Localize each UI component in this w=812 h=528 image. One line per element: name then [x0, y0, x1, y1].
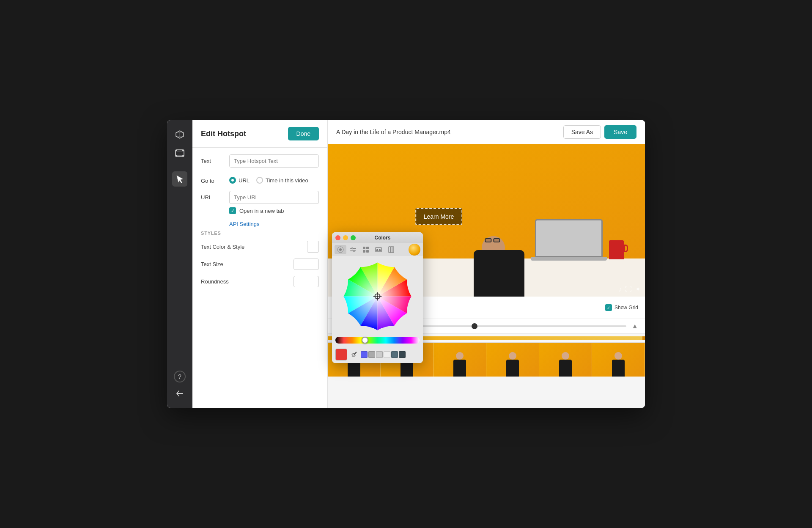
done-button[interactable]: Done	[288, 127, 319, 140]
svg-rect-13	[366, 247, 369, 249]
color-picker-popup: Colors	[332, 232, 423, 363]
open-new-tab-row: ✓ Open in a new tab	[229, 207, 319, 214]
current-color-swatch[interactable]	[335, 349, 347, 360]
timeline-track-end	[642, 336, 645, 340]
roundness-input[interactable]: 4	[294, 276, 319, 287]
minimize-traffic-light[interactable]	[343, 235, 348, 240]
thumbnail-4	[486, 343, 539, 377]
show-grid-checkbox[interactable]: ✓	[605, 304, 612, 311]
svg-rect-2	[176, 150, 177, 151]
text-color-label: Text Color & Style	[201, 244, 302, 250]
help-icon[interactable]: ?	[174, 371, 186, 382]
svg-point-10	[351, 248, 353, 249]
thumb-person-6	[612, 352, 625, 377]
text-color-swatch[interactable]	[307, 241, 319, 253]
maximize-traffic-light[interactable]	[351, 235, 356, 240]
text-row: Text	[201, 154, 319, 168]
styles-section-label: STYLES	[201, 231, 319, 236]
edit-panel-body: Text Go to URL Time in this video	[192, 148, 327, 408]
url-section: ✓ Open in a new tab	[229, 191, 319, 214]
sidebar: ?	[167, 120, 192, 408]
edit-panel-title: Edit Hotspot	[201, 129, 246, 138]
show-grid-label: Show Grid	[614, 305, 638, 311]
video-panel-header: A Day in the Life of a Product Manager.m…	[328, 120, 645, 144]
back-icon[interactable]	[172, 386, 187, 401]
swatch-gray2[interactable]	[376, 351, 383, 358]
time-radio-circle	[256, 177, 263, 184]
hotspot-text: Learn More	[424, 213, 454, 220]
brightness-handle[interactable]	[362, 337, 368, 344]
swatch-gray1[interactable]	[368, 351, 375, 358]
time-radio[interactable]: Time in this video	[256, 177, 308, 184]
svg-rect-15	[366, 250, 369, 253]
text-size-label: Text Size	[201, 261, 288, 267]
text-input[interactable]	[229, 154, 319, 168]
cp-tab-image[interactable]	[373, 245, 384, 254]
svg-point-11	[353, 250, 355, 252]
thumb-person-5	[559, 352, 572, 377]
color-swatches	[361, 351, 406, 358]
text-size-row: Text Size 14	[201, 258, 319, 270]
api-settings-link[interactable]: API Settings	[229, 221, 319, 227]
roundness-row: Roundness 4	[201, 276, 319, 287]
svg-rect-19	[392, 247, 394, 253]
save-as-button[interactable]: Save As	[563, 125, 601, 139]
settings-icon[interactable]: ✦	[635, 285, 641, 293]
edit-panel-header: Edit Hotspot Done	[192, 120, 327, 148]
swatch-lightgray[interactable]	[384, 351, 390, 358]
thumbnail-5	[539, 343, 592, 377]
video-title: A Day in the Life of a Product Manager.m…	[336, 129, 451, 135]
swatch-blue[interactable]	[361, 351, 368, 358]
save-button[interactable]: Save	[604, 125, 636, 139]
url-radio-label: URL	[239, 177, 250, 184]
brightness-slider[interactable]	[335, 337, 420, 344]
cp-tab-grid[interactable]	[360, 245, 372, 254]
color-picker-titlebar: Colors	[332, 232, 423, 243]
url-row: URL ✓ Open in a new tab	[201, 191, 319, 214]
header-actions: Save As Save	[563, 125, 636, 139]
color-wheel-container	[332, 256, 423, 337]
open-new-tab-label: Open in a new tab	[239, 208, 284, 214]
sidebar-item-film[interactable]	[172, 146, 187, 161]
cp-tab-sliders[interactable]	[347, 245, 359, 254]
music-icon: ♪	[618, 286, 622, 293]
thumbnail-3	[433, 343, 486, 377]
sidebar-item-cube[interactable]	[172, 127, 187, 142]
cp-tab-crayon[interactable]	[385, 245, 397, 254]
svg-rect-12	[363, 247, 365, 249]
time-radio-label: Time in this video	[266, 177, 308, 184]
checkbox-checkmark: ✓	[231, 208, 235, 214]
timeline-handle[interactable]	[472, 323, 477, 329]
text-color-row: Text Color & Style	[201, 241, 319, 253]
thumb-person-3	[453, 352, 466, 377]
eyedropper-icon[interactable]	[349, 349, 359, 360]
red-mug	[609, 240, 624, 259]
sidebar-item-cursor[interactable]	[172, 171, 187, 187]
sidebar-bottom: ?	[172, 371, 187, 401]
close-traffic-light[interactable]	[335, 235, 340, 240]
thumbnail-6	[592, 343, 645, 377]
open-new-tab-checkbox[interactable]: ✓	[229, 207, 236, 214]
url-radio[interactable]: URL	[229, 177, 250, 184]
orange-ball	[409, 244, 420, 256]
color-wheel[interactable]	[340, 259, 414, 333]
text-label: Text	[201, 154, 224, 164]
thumb-person-4	[506, 352, 519, 377]
cp-tab-wheel[interactable]	[335, 245, 346, 254]
show-grid-section: ✓ Show Grid	[605, 304, 638, 311]
glasses	[485, 238, 500, 242]
url-input[interactable]	[229, 191, 319, 204]
url-radio-circle	[229, 177, 236, 184]
text-size-input[interactable]: 14	[294, 258, 319, 270]
person-body	[474, 250, 524, 297]
fullscreen-icon[interactable]: ⛶	[625, 286, 632, 293]
collapse-icon[interactable]: ▲	[631, 322, 638, 330]
roundness-label: Roundness	[201, 278, 288, 285]
laptop	[535, 219, 603, 259]
cp-tab-orange[interactable]	[409, 245, 420, 254]
hotspot-overlay[interactable]: Learn More	[415, 208, 463, 225]
svg-rect-3	[182, 150, 184, 151]
swatch-bluegray[interactable]	[391, 351, 398, 358]
swatch-darkblue[interactable]	[399, 351, 406, 358]
svg-point-7	[339, 248, 342, 251]
